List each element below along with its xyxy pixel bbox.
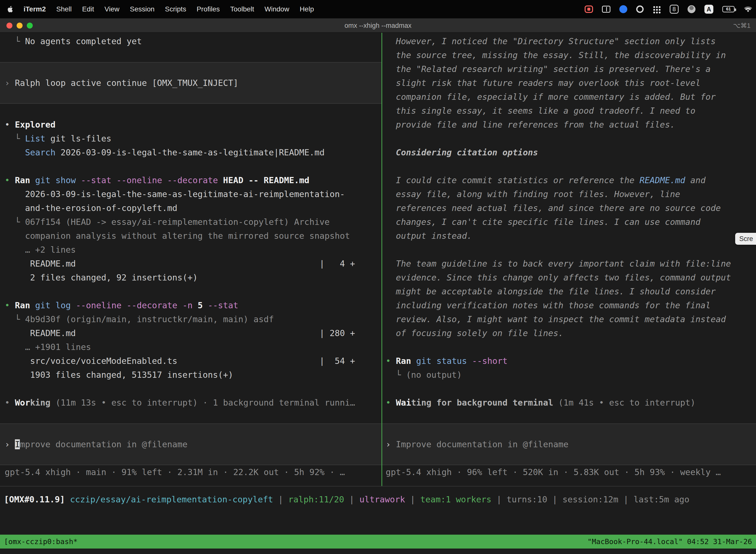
- status-separator: [0, 486, 756, 487]
- text-segment: README.md | 4 +: [5, 259, 355, 269]
- text-segment: team:1 workers: [421, 494, 492, 504]
- text-segment: README.md: [640, 175, 685, 185]
- text-segment: |: [405, 494, 420, 504]
- terminal-line: └ (no output): [382, 368, 756, 382]
- text-segment: •: [5, 398, 15, 407]
- text-segment: companion file, especially if more comme…: [386, 92, 716, 102]
- terminal-line: review. Also, I might want to inspect th…: [382, 312, 756, 326]
- prompt-input[interactable]: › Improve documentation in @filename: [382, 437, 756, 451]
- text-segment: --oneline --decorate -n: [76, 300, 193, 310]
- menu-edit[interactable]: Edit: [77, 5, 99, 13]
- terminal-line: of focusing solely on file lines.: [382, 326, 756, 340]
- text-segment: git status: [416, 356, 467, 366]
- text-segment: [218, 175, 223, 185]
- menu-help[interactable]: Help: [295, 5, 319, 13]
- keypad-icon[interactable]: 8: [670, 5, 679, 14]
- terminal-line: [382, 159, 756, 173]
- terminal-line: • Explored: [0, 118, 381, 131]
- menu-items: iTerm2ShellEditViewSessionScriptsProfile…: [18, 5, 319, 13]
- apple-menu[interactable]: [0, 5, 18, 13]
- battery-icon[interactable]: 61: [722, 6, 735, 12]
- text-segment: •: [5, 175, 15, 185]
- text-segment: Search: [25, 148, 56, 157]
- text-segment: [30, 300, 35, 310]
- terminal-line: [0, 104, 381, 118]
- terminal-line: I could cite commit statistics or refere…: [382, 173, 756, 187]
- text-segment: the "Related research writing" section i…: [386, 64, 711, 74]
- terminal-line: companion analysis without altering the …: [0, 229, 381, 243]
- text-segment: [411, 356, 416, 366]
- wifi-icon[interactable]: [744, 6, 753, 13]
- text-segment: └ 4b9d30f (origin/main, instructkr/main,…: [5, 314, 274, 324]
- window-tiles-icon[interactable]: [602, 6, 611, 13]
- terminal-line: • Ran git show --stat --oneline --decora…: [0, 173, 381, 187]
- screen-recording-icon[interactable]: [585, 5, 593, 13]
- text-segment: mprove documentation in @filename: [20, 439, 188, 449]
- terminal-line: the "Related research writing" section i…: [382, 62, 756, 76]
- text-segment: --stat: [208, 300, 238, 310]
- text-segment: [65, 494, 70, 504]
- menu-session[interactable]: Session: [125, 5, 160, 13]
- text-segment: --short: [472, 356, 507, 366]
- text-segment: (1m 41s • esc to interrupt): [553, 398, 695, 407]
- terminal-line: … +1901 lines: [0, 340, 381, 354]
- menu-view[interactable]: View: [99, 5, 125, 13]
- text-segment: cczip/essay/ai-reimplementation-copyleft: [70, 494, 273, 504]
- terminal-line: • Ran git log --oneline --decorate -n 5 …: [0, 298, 381, 312]
- terminal-line: this single essay, it seems like a good …: [382, 104, 756, 118]
- terminal-line: evidence. Since this change only affects…: [382, 271, 756, 284]
- text-segment: src/voice/voiceModeEnabled.ts | 54 +: [5, 356, 355, 366]
- tmux-host-clock: "MacBook-Pro-44.local" 04:52 31-Mar-26: [587, 535, 752, 549]
- dark-app-icon[interactable]: [636, 5, 644, 13]
- text-segment: [76, 175, 81, 185]
- terminal-line: including verification notes with those …: [382, 298, 756, 312]
- terminal[interactable]: └ No agents completed yet› Ralph loop ac…: [0, 33, 756, 554]
- text-segment: session:12m: [563, 494, 618, 504]
- blue-app-icon[interactable]: [619, 5, 627, 13]
- terminal-line: └ 067f154 (HEAD -> essay/ai-reimplementa…: [0, 215, 381, 229]
- text-segment: └: [5, 133, 25, 144]
- block-cursor: I: [15, 439, 20, 449]
- text-segment: └ 067f154 (HEAD -> essay/ai-reimplementa…: [5, 217, 330, 227]
- text-segment: [30, 175, 35, 185]
- prompt-input[interactable]: › Improve documentation in @filename: [0, 437, 381, 451]
- menu-scripts[interactable]: Scripts: [160, 5, 191, 13]
- battery-icon-label: 61: [726, 7, 731, 12]
- reasoning-heading: Considering citation options: [382, 146, 756, 159]
- input-source-icon[interactable]: A: [704, 5, 713, 14]
- text-segment: of focusing solely on file lines.: [386, 328, 563, 338]
- text-segment: └: [5, 36, 25, 46]
- text-segment: Ran: [15, 300, 30, 310]
- tmux-pane-right[interactable]: However, I noticed the "Directory Struct…: [382, 33, 756, 486]
- app-grid-icon[interactable]: [652, 5, 661, 13]
- window-shortcut-badge: ⌥⌘1: [733, 18, 751, 33]
- tmux-session-window: [omx-cczip0:bash*: [4, 535, 78, 549]
- menu-window[interactable]: Window: [259, 5, 295, 13]
- terminal-line: The team guideline is to back every impo…: [382, 257, 756, 271]
- account-icon[interactable]: [688, 5, 695, 13]
- menu-iterm2[interactable]: iTerm2: [18, 5, 51, 13]
- tmux-pane-left[interactable]: └ No agents completed yet› Ralph loop ac…: [0, 33, 381, 486]
- panel-row: [0, 451, 381, 465]
- window-titlebar[interactable]: omx --xhigh --madmax ⌥⌘1: [0, 18, 756, 33]
- terminal-line: [0, 409, 381, 424]
- screen-share-tooltip: Scre: [735, 233, 756, 245]
- text-segment: provide file and line references from th…: [386, 120, 675, 129]
- text-segment: HEAD -- README.md: [223, 175, 309, 185]
- text-segment: •: [386, 398, 396, 407]
- text-segment: git log: [35, 300, 71, 310]
- terminal-line: However, I noticed the "Directory Struct…: [382, 34, 756, 48]
- terminal-line: └ List git ls-files: [0, 131, 381, 146]
- terminal-line: └ No agents completed yet: [0, 34, 381, 48]
- text-segment: git show: [35, 175, 76, 185]
- menu-toolbelt[interactable]: Toolbelt: [225, 5, 259, 13]
- menu-shell[interactable]: Shell: [51, 5, 77, 13]
- menu-profiles[interactable]: Profiles: [191, 5, 225, 13]
- text-segment: gpt-5.4 xhigh · main · 91% left · 2.31M …: [5, 467, 345, 477]
- terminal-line: src/voice/voiceModeEnabled.ts | 54 +: [0, 354, 381, 368]
- terminal-line: [382, 409, 756, 424]
- text-segment: Explored: [15, 120, 56, 129]
- terminal-line: [382, 340, 756, 354]
- terminal-line: the source tree, missing the essay. Stil…: [382, 48, 756, 62]
- terminal-line: [0, 48, 381, 62]
